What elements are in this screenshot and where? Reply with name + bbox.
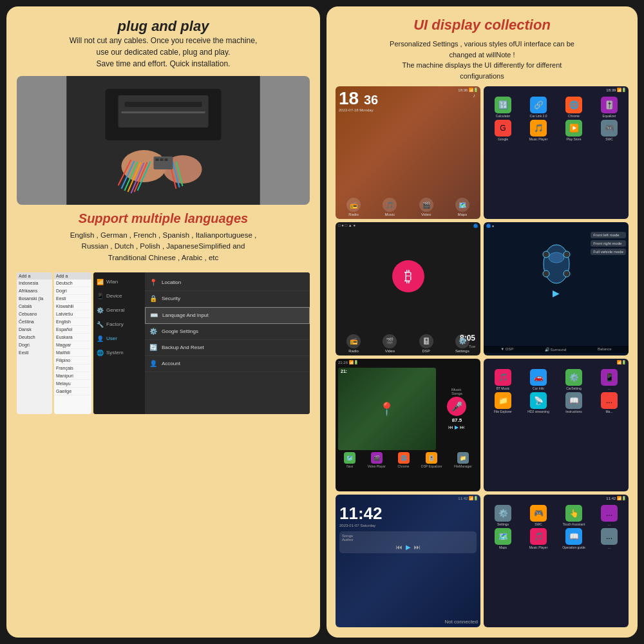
app-playstore[interactable]: ▶️Play Store — [557, 120, 591, 141]
full-vehicle-mode[interactable]: Full vehicle mode — [591, 249, 626, 255]
lang-item[interactable]: Kiswahili — [54, 303, 91, 310]
chrome-app-5[interactable]: 🌐Chrome — [398, 452, 410, 468]
lang-list-col2: Add a Deutsch Dogri Eesti Kiswahili Latv… — [54, 272, 91, 414]
opguide-app-8[interactable]: 📖Operation guide — [557, 528, 591, 549]
other-app-6[interactable]: 📱... — [592, 369, 626, 390]
lang-item[interactable]: English — [54, 318, 91, 326]
lang-item[interactable]: Magyar — [54, 341, 91, 349]
settings-btn-3[interactable]: ⚙️Settings — [455, 334, 469, 353]
lang-item[interactable]: Dansk — [17, 326, 52, 334]
nav-item-user[interactable]: 👤 User — [93, 332, 145, 346]
touchassist-app-8[interactable]: 👆Touch Assistant — [557, 505, 591, 526]
lang-item[interactable]: Melayu — [54, 380, 91, 388]
swc-app-8[interactable]: 🎮SWC — [522, 505, 555, 526]
lang-item[interactable]: Español — [54, 326, 91, 334]
radio-btn-3[interactable]: 📻Radio — [346, 334, 361, 353]
app-equalizer[interactable]: 🎚️Equalizer — [592, 97, 626, 118]
lang-item[interactable]: Dogri — [54, 287, 91, 295]
lang-item[interactable]: Gaeilge — [54, 388, 91, 395]
svg-point-24 — [549, 252, 564, 263]
app-chrome[interactable]: 🌐Chrome — [557, 97, 591, 118]
settings-item-language[interactable]: ⌨️ Lanquage And Input — [145, 307, 310, 324]
next-btn-7[interactable]: ⏭ — [414, 544, 421, 551]
navi-app[interactable]: 🗺️Navi — [344, 452, 355, 468]
nav-item-wlan[interactable]: 📶 Wlan — [93, 275, 145, 289]
lang-item[interactable]: Català — [17, 303, 52, 310]
plug-title: plug and play — [17, 18, 310, 35]
music-songs-label: MusicSongs — [451, 388, 462, 395]
next-btn[interactable]: ⏭ — [460, 424, 465, 430]
lang-item[interactable]: Euskara — [54, 334, 91, 341]
btmusic-lbl: BT Music — [497, 386, 510, 390]
settings-item-location[interactable]: 📍 Location — [145, 275, 310, 291]
lang-item[interactable]: Afrikaans — [17, 287, 52, 295]
video-btn-1[interactable]: 🎬 Video — [419, 198, 433, 216]
lang-item[interactable]: Eesti — [17, 349, 52, 357]
btmusic-app[interactable]: 🎵BT Music — [486, 369, 520, 390]
dsp-lbl[interactable]: ▼ DSP — [500, 347, 513, 352]
settings-item-google[interactable]: ⚙️ Google Settings — [145, 324, 310, 340]
author-label-7: Author — [342, 538, 474, 542]
lang-item[interactable]: Dogri — [17, 341, 52, 349]
app-carlink[interactable]: 🔗Car Link 2.0 — [522, 97, 555, 118]
lang-item[interactable]: Bosanski (la — [17, 295, 52, 303]
right-panel: UI display collection Personalized Setti… — [327, 6, 638, 638]
maps-app-8[interactable]: 🗺️Maps — [486, 528, 520, 549]
dsp-eq-app[interactable]: 🎚️DSP Equalizer — [421, 452, 442, 468]
fileexplorer-app[interactable]: 📁File Explorer — [486, 392, 520, 413]
media-controls: ⏮ ▶ ⏭ — [448, 424, 465, 430]
more-app-8[interactable]: ...... — [592, 528, 626, 549]
settings-item-backup[interactable]: 🔄 Backup And Reset — [145, 340, 310, 356]
app-music[interactable]: 🎵Music Player — [522, 120, 555, 141]
lang-item[interactable]: Français — [54, 365, 91, 372]
app-calculator[interactable]: 🔢Calculator — [486, 97, 520, 118]
lang-item[interactable]: Filipino — [54, 357, 91, 365]
prev-btn-7[interactable]: ⏮ — [396, 544, 402, 551]
lang-item[interactable]: Cebuano — [17, 310, 52, 318]
carinfo-app[interactable]: 🚗Car Info — [522, 369, 555, 390]
nav-item-general[interactable]: ⚙️ General — [93, 303, 145, 317]
settings-app-8[interactable]: ⚙️Settings — [486, 505, 520, 526]
lang-item[interactable]: Maithili — [54, 349, 91, 357]
prev-btn[interactable]: ⏮ — [448, 424, 453, 430]
app-grid-6: 🎵BT Music 🚗Car Info ⚙️CarSetting 📱... 📁F… — [486, 369, 626, 413]
other-app-8[interactable]: ...... — [592, 505, 626, 526]
play-btn-7[interactable]: ▶ — [406, 544, 411, 551]
svg-rect-21 — [165, 158, 168, 161]
hd2-app[interactable]: 📡HD2 streaming — [522, 392, 555, 413]
balance-lbl[interactable]: Balance — [598, 347, 612, 352]
dsp-lbl-3: DSP — [422, 349, 430, 353]
nav-item-system[interactable]: 🌐 System — [93, 346, 145, 360]
radio-btn-1[interactable]: 📻 Radio — [346, 198, 361, 216]
lang-item[interactable]: Deutsch — [17, 334, 52, 341]
more-app-6[interactable]: ...Ma... — [592, 392, 626, 413]
map-view: 📍 21: — [338, 368, 436, 451]
instructions-app[interactable]: 📖Instructions — [557, 392, 591, 413]
front-right-mode[interactable]: Front right mode — [591, 240, 626, 247]
lang-item[interactable]: Čeština — [17, 318, 52, 326]
lang-item[interactable]: Latviešu — [54, 310, 91, 318]
app-google[interactable]: GGoogle — [486, 120, 520, 141]
lang-item[interactable]: Deutsch — [54, 279, 91, 287]
svg-point-28 — [564, 270, 570, 277]
col2-header: Add a — [54, 272, 91, 279]
settings-item-account[interactable]: 👤 Account — [145, 356, 310, 372]
dsp-btn-3[interactable]: 🎚️DSP — [419, 334, 433, 353]
play-btn[interactable]: ▶ — [455, 424, 459, 430]
nav-item-factory[interactable]: 🔧 Factory — [93, 317, 145, 332]
music-btn-1[interactable]: 🎵 Music — [383, 198, 397, 216]
carsetting-app[interactable]: ⚙️CarSetting — [557, 369, 591, 390]
video-btn-3[interactable]: 🎬Video — [383, 334, 397, 353]
musicplayer-app-8[interactable]: 🎵Music Player — [522, 528, 555, 549]
nav-item-device[interactable]: 📱 Device — [93, 289, 145, 303]
settings-item-security[interactable]: 🔒 Security — [145, 291, 310, 307]
filemgr-app[interactable]: 📁FileManager — [454, 452, 472, 468]
lang-item[interactable]: Indonesia — [17, 279, 52, 287]
videoplayer-app[interactable]: 🎬Video Player — [368, 452, 386, 468]
app-swc[interactable]: 🎮SWC — [592, 120, 626, 141]
front-left-mode[interactable]: Front left mode — [591, 232, 626, 238]
maps-btn-1[interactable]: 🗺️ Maps — [455, 198, 469, 216]
lang-item[interactable]: Eesti — [54, 295, 91, 303]
surround-lbl[interactable]: 🔊 Surround — [545, 347, 566, 352]
lang-item[interactable]: Manipuri — [54, 372, 91, 380]
